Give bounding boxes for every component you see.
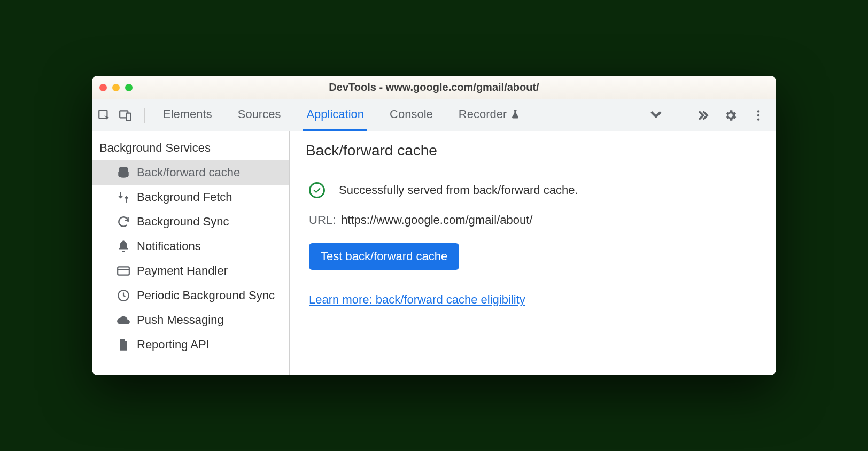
- chevrons-icon[interactable]: [694, 108, 710, 122]
- tab-recorder[interactable]: Recorder: [455, 99, 524, 131]
- svg-point-4: [757, 114, 759, 116]
- kebab-menu-icon[interactable]: [751, 108, 765, 122]
- application-sidebar: Background Services Back/forward cache B…: [92, 131, 290, 375]
- main-panel: Back/forward cache Successfully served f…: [290, 131, 776, 375]
- url-value: https://www.google.com/gmail/about/: [341, 213, 532, 227]
- svg-point-3: [757, 110, 759, 112]
- settings-gear-icon[interactable]: [724, 108, 738, 122]
- window-title: DevTools - www.google.com/gmail/about/: [92, 81, 776, 94]
- sidebar-item-label: Background Fetch: [137, 190, 232, 204]
- sidebar-item-label: Back/forward cache: [137, 166, 240, 180]
- sidebar-item-label: Payment Handler: [137, 264, 228, 278]
- sidebar-item-label: Notifications: [137, 239, 201, 253]
- more-tabs-icon[interactable]: [652, 108, 665, 122]
- sidebar-item-bfcache[interactable]: Back/forward cache: [92, 160, 289, 185]
- panel-tabs: Elements Sources Application Console Rec…: [160, 99, 524, 131]
- success-check-icon: [309, 182, 325, 198]
- url-row: URL: https://www.google.com/gmail/about/: [309, 213, 757, 227]
- flask-icon: [510, 109, 521, 120]
- sidebar-item-reporting[interactable]: Reporting API: [92, 332, 289, 357]
- transfer-icon: [117, 190, 130, 204]
- sidebar-item-periodic[interactable]: Periodic Background Sync: [92, 283, 289, 308]
- bell-icon: [117, 239, 130, 253]
- sidebar-item-notifications[interactable]: Notifications: [92, 234, 289, 259]
- sidebar-section-heading: Background Services: [92, 139, 289, 160]
- svg-rect-2: [126, 113, 131, 120]
- toolbar-divider: [144, 108, 145, 123]
- sidebar-item-push[interactable]: Push Messaging: [92, 308, 289, 332]
- database-icon: [117, 166, 130, 180]
- url-label: URL:: [309, 213, 336, 227]
- sidebar-item-payment[interactable]: Payment Handler: [92, 259, 289, 283]
- window-controls: [99, 84, 133, 91]
- sidebar-item-bgsync[interactable]: Background Sync: [92, 209, 289, 234]
- tab-recorder-label: Recorder: [459, 107, 507, 121]
- cloud-icon: [117, 313, 130, 327]
- sidebar-item-label: Reporting API: [137, 338, 210, 352]
- devtools-window: DevTools - www.google.com/gmail/about/ E…: [92, 76, 776, 375]
- close-window-button[interactable]: [99, 84, 107, 91]
- credit-card-icon: [117, 264, 130, 278]
- tab-console[interactable]: Console: [386, 99, 436, 131]
- devtools-toolbar: Elements Sources Application Console Rec…: [92, 99, 776, 131]
- minimize-window-button[interactable]: [112, 84, 120, 91]
- zoom-window-button[interactable]: [125, 84, 133, 91]
- svg-point-5: [757, 118, 759, 120]
- sync-icon: [117, 215, 130, 229]
- svg-rect-7: [118, 267, 129, 275]
- sidebar-item-label: Periodic Background Sync: [137, 289, 275, 302]
- sidebar-item-label: Background Sync: [137, 215, 229, 229]
- content-area: Background Services Back/forward cache B…: [92, 131, 776, 375]
- document-icon: [117, 338, 130, 352]
- clock-icon: [117, 289, 130, 302]
- sidebar-item-bgfetch[interactable]: Background Fetch: [92, 185, 289, 209]
- inspect-element-icon[interactable]: [97, 108, 111, 122]
- panel-heading: Back/forward cache: [290, 131, 776, 169]
- device-toolbar-icon[interactable]: [119, 108, 133, 122]
- learn-more-link[interactable]: Learn more: back/forward cache eligibili…: [309, 293, 525, 306]
- sidebar-item-label: Push Messaging: [137, 313, 224, 327]
- titlebar: DevTools - www.google.com/gmail/about/: [92, 76, 776, 99]
- test-bfcache-button[interactable]: Test back/forward cache: [309, 243, 459, 270]
- status-text: Successfully served from back/forward ca…: [339, 183, 578, 197]
- tab-application[interactable]: Application: [303, 99, 367, 131]
- tab-sources[interactable]: Sources: [235, 99, 284, 131]
- tab-elements[interactable]: Elements: [160, 99, 215, 131]
- status-row: Successfully served from back/forward ca…: [309, 182, 757, 198]
